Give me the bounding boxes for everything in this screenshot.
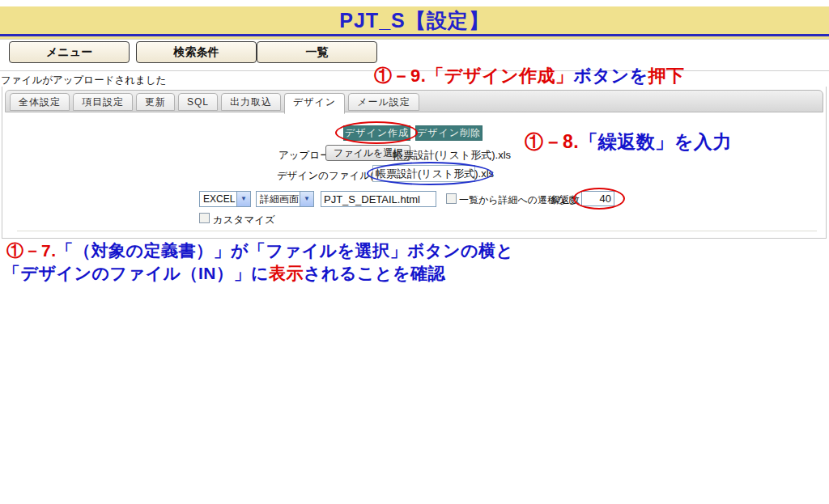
tab-mail-settei[interactable]: メール設定 [348, 93, 419, 111]
annotation-step9-red2: 押下 [648, 66, 684, 86]
annotation-step7-blue3: されることを確認 [304, 264, 445, 282]
panel-divider-line [17, 231, 817, 231]
settings-panel: 全体設定 項目設定 更新 SQL 出力取込 デザイン メール設定 デザイン作成 … [2, 87, 827, 239]
page: PJT_S【設定】 メニュー 検索条件 一覧 ファイルがアップロードされました … [0, 0, 829, 504]
tab-koushin[interactable]: 更新 [136, 93, 175, 111]
page-title: PJT_S【設定】 [0, 6, 829, 34]
annotation-step8-blue1: 「繰返数」を入力 [579, 131, 732, 152]
design-delete-button[interactable]: デザイン削除 [415, 125, 483, 141]
no-transition-checkbox[interactable] [446, 193, 457, 204]
tab-sql[interactable]: SQL [178, 93, 218, 111]
header-strip [0, 36, 829, 40]
chevron-down-icon: ▼ [300, 192, 313, 206]
tab-design[interactable]: デザイン [284, 93, 345, 114]
screen-select-value: 詳細画面 [257, 192, 300, 206]
screen-select[interactable]: 詳細画面 ▼ [256, 191, 314, 207]
annotation-step7-red1: ①－7. [6, 241, 57, 260]
uploaded-file-name: 帳票設計(リスト形式).xls [393, 148, 511, 163]
tab-koumoku-settei[interactable]: 項目設定 [73, 93, 133, 111]
blue-circle-annotation-filename [367, 162, 493, 185]
format-select-value: EXCEL [200, 192, 236, 206]
annotation-step8-red1: ①－8. [525, 131, 579, 152]
chevron-down-icon: ▼ [236, 192, 250, 206]
search-condition-button[interactable]: 検索条件 [136, 41, 257, 63]
tab-strip: 全体設定 項目設定 更新 SQL 出力取込 デザイン メール設定 [5, 90, 823, 112]
format-select[interactable]: EXCEL ▼ [199, 191, 251, 207]
menu-button[interactable]: メニュー [9, 41, 130, 63]
annotation-step8: ①－8.「繰返数」を入力 [525, 129, 732, 155]
title-bar: PJT_S【設定】 [0, 6, 829, 34]
annotation-step7-red2: 表示 [269, 264, 304, 282]
upload-status-message: ファイルがアップロードされました [1, 74, 166, 87]
customize-checkbox[interactable] [199, 213, 210, 223]
red-circle-annotation-repeat [573, 188, 625, 210]
customize-label: カスタマイズ [213, 214, 275, 227]
annotation-step9: ①－9.「デザイン作成」ボタンを押下 [374, 64, 684, 88]
red-circle-annotation-create [335, 121, 418, 144]
annotation-step7-blue2: 「デザインのファイル（IN）」に [3, 264, 269, 282]
tab-shutsuryoku-torikomi[interactable]: 出力取込 [221, 93, 281, 111]
tab-zentai-settei[interactable]: 全体設定 [10, 93, 70, 111]
detail-html-input[interactable] [321, 191, 436, 207]
list-button[interactable]: 一覧 [257, 41, 377, 63]
annotation-step7-line1: ①－7.「（対象の定義書）」が「ファイルを選択」ボタンの横と [6, 239, 513, 262]
annotation-step9-blue1: ボタンを [573, 66, 648, 86]
annotation-step9-red1: ①－9.「デザイン作成」 [374, 66, 573, 86]
annotation-step7-blue1: 「（対象の定義書）」が「ファイルを選択」ボタンの横と [57, 241, 514, 260]
annotation-step7-line2: 「デザインのファイル（IN）」に表示されることを確認 [3, 262, 445, 285]
